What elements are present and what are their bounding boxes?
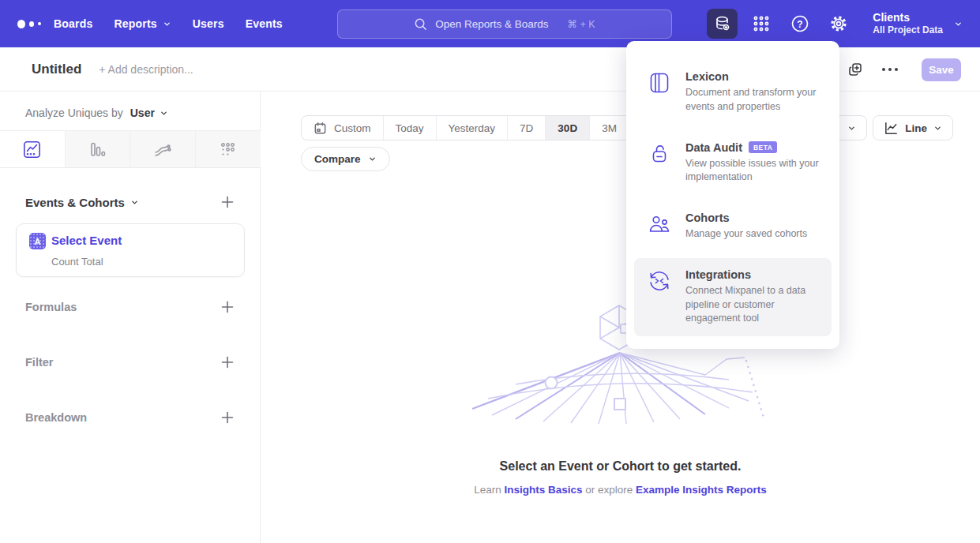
grid-dots-tab-icon <box>219 140 237 159</box>
menu-item-description: Connect Mixpanel to a data pipeline or c… <box>685 284 821 326</box>
search-placeholder: Open Reports & Boards <box>435 18 548 30</box>
insights-report-page: Boards Reports Users Events Open Reports… <box>0 0 980 543</box>
line-chart-tab-icon <box>23 140 41 159</box>
menu-item-lexicon[interactable]: Lexicon Document and transform your even… <box>634 60 832 125</box>
chart-type-dropdown[interactable]: Line <box>873 115 953 140</box>
events-cohorts-header: Events & Cohorts <box>25 195 235 209</box>
nav-item-users[interactable]: Users <box>193 17 224 30</box>
more-options-button[interactable] <box>879 58 901 81</box>
analyze-prefix-label: Analyze Uniques by <box>25 107 123 119</box>
date-range-custom[interactable]: Custom <box>302 116 384 140</box>
empty-state-title: Select an Event or Cohort to get started… <box>261 459 980 474</box>
save-button[interactable]: Save <box>922 58 961 81</box>
project-selector[interactable]: Clients All Project Data <box>873 11 943 37</box>
help-icon: ? <box>790 13 810 34</box>
menu-item-title: Integrations <box>685 268 751 281</box>
add-event-button[interactable] <box>220 195 235 209</box>
chevron-down-icon <box>160 109 168 118</box>
settings-button[interactable] <box>823 9 854 39</box>
add-formula-button[interactable] <box>220 300 235 314</box>
plus-icon <box>220 300 235 314</box>
line-chart-icon <box>884 121 899 136</box>
count-total-label[interactable]: Count Total <box>51 256 103 268</box>
report-title[interactable]: Untitled <box>32 62 81 77</box>
plus-icon <box>220 410 235 425</box>
flows-tab-icon <box>153 140 171 159</box>
select-event-label: Select Event <box>51 234 122 247</box>
duplicate-plus-icon <box>847 62 863 77</box>
data-management-button[interactable] <box>707 9 738 39</box>
chevron-down-icon <box>368 155 377 163</box>
date-range-yesterday[interactable]: Yesterday <box>437 116 509 140</box>
nav-item-events[interactable]: Events <box>246 17 283 30</box>
menu-item-integrations[interactable]: Integrations Connect Mixpanel to a data … <box>634 258 832 336</box>
insights-basics-link[interactable]: Insights Basics <box>504 484 582 496</box>
select-event-card[interactable]: A Select Event Count Total <box>16 223 245 277</box>
gear-icon <box>828 13 849 34</box>
menu-item-title: Cohorts <box>685 212 730 224</box>
tab-insights-line[interactable] <box>0 131 66 167</box>
global-search-input[interactable]: Open Reports & Boards ⌘ + K <box>337 9 672 39</box>
query-builder-sidebar: Analyze Uniques by User <box>0 92 261 543</box>
mixpanel-logo-icon[interactable] <box>17 20 41 28</box>
filter-label: Filter <box>25 356 53 369</box>
search-shortcut: ⌘ + K <box>568 18 595 30</box>
date-range-7d[interactable]: 7D <box>508 116 546 140</box>
menu-item-title: Lexicon <box>685 70 729 83</box>
calendar-icon <box>314 122 327 135</box>
learn-text: Learn <box>474 484 501 496</box>
compare-dropdown[interactable]: Compare <box>301 147 390 171</box>
chart-type-tabs <box>0 130 261 168</box>
project-name: Clients <box>873 11 943 25</box>
database-gear-icon <box>713 14 732 33</box>
top-nav: Boards Reports Users Events Open Reports… <box>0 0 980 47</box>
chevron-down-icon <box>130 198 139 207</box>
menu-item-description: Manage your saved cohorts <box>685 227 821 242</box>
menu-item-cohorts[interactable]: Cohorts Manage your saved cohorts <box>634 201 832 252</box>
chevron-down-icon <box>847 124 856 133</box>
tab-bar-chart[interactable] <box>66 131 131 167</box>
menu-item-description: View possible issues with your implement… <box>685 157 821 185</box>
date-range-3m[interactable]: 3M <box>590 116 629 140</box>
duplicate-button[interactable] <box>844 58 866 81</box>
formulas-label: Formulas <box>25 301 77 313</box>
chevron-down-icon <box>163 20 171 28</box>
apps-grid-button[interactable] <box>745 9 776 39</box>
svg-text:?: ? <box>797 19 802 30</box>
or-explore-text: or explore <box>585 484 633 496</box>
chart-area: Custom Today Yesterday 7D 30D 3M 6M Comp… <box>261 92 980 543</box>
menu-item-title: Data Audit <box>685 141 742 154</box>
breakdown-label: Breakdown <box>25 411 87 424</box>
bar-chart-tab-icon <box>88 140 107 159</box>
cohorts-people-icon <box>648 213 670 235</box>
analyze-uniques-row: Analyze Uniques by User <box>25 107 168 119</box>
menu-item-data-audit[interactable]: Data Audit BETA View possible issues wit… <box>634 131 832 196</box>
add-breakdown-button[interactable] <box>220 410 235 425</box>
example-insights-reports-link[interactable]: Example Insights Reports <box>636 484 767 496</box>
data-management-menu: Lexicon Document and transform your even… <box>626 41 839 349</box>
empty-state-subtitle: Learn Insights Basics or explore Example… <box>261 484 980 496</box>
menu-item-description: Document and transform your events and p… <box>685 86 821 114</box>
formulas-section: Formulas <box>25 300 235 314</box>
tab-flows-chart[interactable] <box>130 131 196 167</box>
search-icon <box>414 17 427 31</box>
plus-icon <box>220 355 235 369</box>
data-audit-icon <box>648 143 670 165</box>
date-range-more-dropdown[interactable] <box>836 116 866 140</box>
chevron-down-icon <box>933 124 942 133</box>
tab-metrics-grid[interactable] <box>196 131 261 167</box>
analyze-by-dropdown[interactable]: User <box>130 107 168 119</box>
breakdown-section: Breakdown <box>25 410 235 425</box>
beta-badge: BETA <box>749 141 778 153</box>
date-range-today[interactable]: Today <box>384 116 437 140</box>
events-cohorts-dropdown[interactable]: Events & Cohorts <box>25 196 139 209</box>
plus-icon <box>220 195 235 209</box>
chevron-down-icon[interactable] <box>954 20 963 28</box>
date-range-30d[interactable]: 30D <box>546 116 590 140</box>
help-button[interactable]: ? <box>784 9 815 39</box>
add-filter-button[interactable] <box>220 355 235 369</box>
nav-item-reports[interactable]: Reports <box>114 17 171 30</box>
add-description-field[interactable]: + Add description... <box>99 63 193 76</box>
lexicon-book-icon <box>648 72 670 94</box>
nav-item-boards[interactable]: Boards <box>54 17 92 30</box>
